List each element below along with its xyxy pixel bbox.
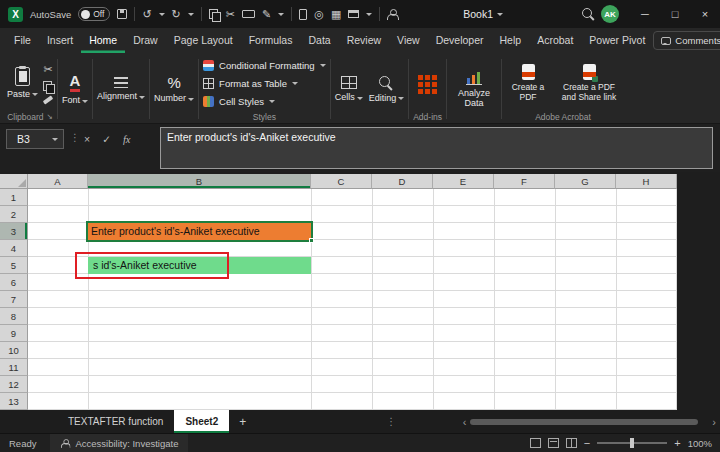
row-header-10[interactable]: 10	[0, 342, 28, 359]
redo-dropdown-icon[interactable]	[188, 13, 194, 19]
row-header-4[interactable]: 4	[0, 240, 28, 257]
sheet-tab-options-icon[interactable]: ⋮	[386, 410, 396, 433]
zoom-slider-thumb[interactable]	[630, 438, 634, 448]
maximize-button[interactable]: □	[660, 0, 690, 28]
tab-help[interactable]: Help	[492, 28, 530, 53]
alignment-button[interactable]: Alignment	[97, 56, 145, 123]
keyboard-icon[interactable]	[242, 10, 255, 18]
editing-button[interactable]: Editing	[369, 56, 405, 123]
cut-button[interactable]: ✂	[43, 64, 52, 75]
number-button[interactable]: % Number	[154, 56, 194, 123]
tab-acrobat[interactable]: Acrobat	[529, 28, 581, 53]
normal-view-icon[interactable]	[530, 438, 541, 448]
create-pdf-share-link-button[interactable]: Create a PDF and Share link	[558, 64, 620, 103]
font-button[interactable]: A Font	[62, 56, 88, 123]
sheet-tab-textafter-function[interactable]: TEXTAFTER function	[57, 410, 174, 433]
row-header-12[interactable]: 12	[0, 376, 28, 393]
save-icon[interactable]	[117, 9, 127, 19]
select-all-corner[interactable]	[0, 174, 28, 189]
row-header-8[interactable]: 8	[0, 308, 28, 325]
copy-icon[interactable]	[209, 9, 219, 20]
page-layout-view-icon[interactable]	[548, 438, 559, 448]
column-header-b[interactable]: B	[88, 174, 311, 189]
tab-view[interactable]: View	[389, 28, 428, 53]
column-header-g[interactable]: G	[555, 174, 616, 189]
format-painter-button[interactable]	[43, 95, 53, 104]
undo-dropdown-icon[interactable]	[159, 13, 165, 19]
person-icon[interactable]	[387, 9, 397, 20]
comments-button[interactable]: Comments	[653, 31, 720, 50]
sheet-tab-sheet2[interactable]: Sheet2	[174, 410, 229, 433]
avatar[interactable]: AK	[601, 5, 619, 23]
add-sheet-button[interactable]: +	[229, 410, 256, 433]
tab-review[interactable]: Review	[339, 28, 389, 53]
format-as-table-button[interactable]: Format as Table	[203, 75, 298, 91]
tab-file[interactable]: File	[6, 28, 39, 53]
row-header-1[interactable]: 1	[0, 189, 28, 206]
target-icon[interactable]: ◎	[314, 9, 324, 20]
scrollbar-thumb[interactable]	[470, 419, 698, 425]
column-header-c[interactable]: C	[311, 174, 372, 189]
tab-page-layout[interactable]: Page Layout	[166, 28, 241, 53]
close-button[interactable]: ×	[690, 0, 720, 28]
zoom-out-button[interactable]: −	[584, 437, 590, 449]
page-break-view-icon[interactable]	[566, 438, 577, 448]
pen-icon[interactable]: ✎	[262, 9, 271, 20]
quick-access-dropdown-icon[interactable]	[366, 13, 372, 19]
insert-function-button[interactable]: fx	[123, 134, 131, 145]
fill-handle[interactable]	[309, 238, 314, 243]
create-pdf-button[interactable]: Create a PDF	[506, 64, 550, 103]
addins-button[interactable]	[418, 73, 437, 94]
title-dropdown-icon[interactable]	[497, 13, 503, 19]
zoom-level[interactable]: 100%	[688, 438, 712, 449]
undo-icon[interactable]: ↺	[142, 9, 151, 20]
cell-b3-active[interactable]: Enter product's id's-Aniket executive	[88, 223, 311, 240]
document-title[interactable]: Book1	[463, 8, 503, 20]
scroll-left-icon[interactable]: ‹	[463, 416, 467, 428]
row-header-9[interactable]: 9	[0, 325, 28, 342]
tab-home[interactable]: Home	[81, 28, 125, 53]
name-box-dropdown-icon[interactable]	[52, 138, 58, 144]
name-box[interactable]: B3	[6, 129, 64, 149]
minimize-button[interactable]: ─	[630, 0, 660, 28]
excel-app-icon[interactable]: X	[8, 7, 23, 22]
conditional-formatting-button[interactable]: Conditional Formatting	[203, 57, 326, 73]
column-header-e[interactable]: E	[433, 174, 494, 189]
row-header-2[interactable]: 2	[0, 206, 28, 223]
zoom-in-button[interactable]: +	[674, 437, 680, 449]
copy-button[interactable]	[43, 81, 53, 92]
column-header-f[interactable]: F	[494, 174, 555, 189]
column-header-h[interactable]: H	[616, 174, 677, 189]
clipboard-dialog-launcher[interactable]: ↘	[47, 112, 53, 121]
tab-data[interactable]: Data	[300, 28, 338, 53]
tab-draw[interactable]: Draw	[125, 28, 166, 53]
formula-input[interactable]: Enter product's id's-Aniket executive	[160, 127, 713, 169]
new-file-icon[interactable]	[299, 9, 307, 20]
zoom-slider[interactable]	[597, 442, 667, 444]
autosave-toggle[interactable]: Off	[78, 7, 110, 21]
column-header-a[interactable]: A	[28, 174, 88, 189]
cut-icon[interactable]: ✂	[226, 9, 235, 20]
row-header-5[interactable]: 5	[0, 257, 28, 274]
row-header-11[interactable]: 11	[0, 359, 28, 376]
accessibility-button[interactable]: Accessibility: Investigate	[50, 434, 188, 452]
analyze-data-button[interactable]: Analyze Data	[451, 56, 497, 123]
quick-access-dropdown-icon[interactable]	[278, 13, 284, 19]
tab-formulas[interactable]: Formulas	[241, 28, 301, 53]
cell-styles-button[interactable]: Cell Styles	[203, 93, 275, 109]
scroll-right-icon[interactable]: ›	[712, 416, 716, 428]
printer-icon[interactable]	[348, 10, 359, 18]
paste-button[interactable]: Paste	[7, 67, 38, 99]
enter-button[interactable]: ✓	[102, 133, 111, 145]
tab-developer[interactable]: Developer	[428, 28, 492, 53]
formula-bar-grip-icon[interactable]: ⋮	[70, 132, 80, 143]
redo-icon[interactable]: ↻	[172, 9, 181, 20]
column-header-d[interactable]: D	[372, 174, 433, 189]
grid-icon[interactable]: ▦	[331, 9, 341, 20]
row-header-13[interactable]: 13	[0, 393, 28, 410]
sheet-body[interactable]: Enter product's id's-Aniket executive s …	[28, 189, 677, 410]
cells-button[interactable]: Cells	[335, 56, 363, 123]
cancel-button[interactable]: ×	[84, 133, 90, 145]
tab-power-pivot[interactable]: Power Pivot	[581, 28, 653, 53]
row-header-6[interactable]: 6	[0, 274, 28, 291]
